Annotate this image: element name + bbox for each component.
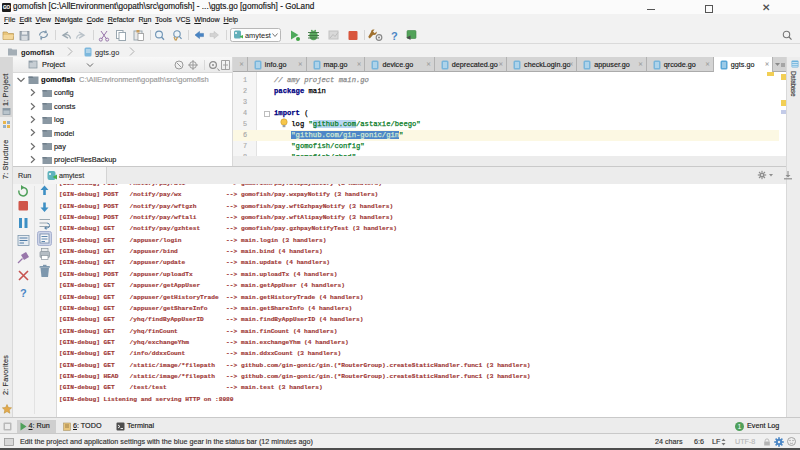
svg-text:?: ?	[391, 30, 398, 42]
svg-text:1: 1	[737, 423, 741, 430]
svg-text:amytest: amytest	[245, 31, 271, 40]
svg-text:gomofish: gomofish	[21, 48, 55, 57]
svg-text:?: ?	[20, 287, 27, 299]
svg-text:ggts.go: ggts.go	[95, 48, 119, 57]
